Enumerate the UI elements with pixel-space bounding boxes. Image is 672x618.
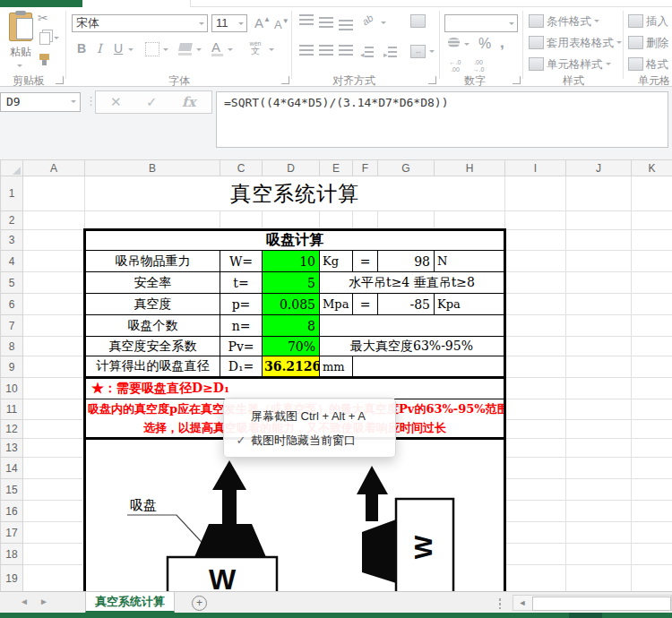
cell[interactable]: [632, 565, 672, 592]
cell[interactable]: [23, 356, 85, 378]
cell[interactable]: [566, 294, 632, 315]
cell[interactable]: [566, 479, 632, 501]
accounting-format-button[interactable]: [448, 38, 460, 47]
cell-label[interactable]: 真空度安全系数: [85, 337, 220, 356]
cell[interactable]: [632, 315, 672, 337]
clipboard-dialog-launcher[interactable]: [56, 76, 64, 84]
row-header[interactable]: 17: [1, 522, 23, 544]
cell[interactable]: [23, 565, 85, 592]
cell[interactable]: [566, 378, 632, 399]
cell[interactable]: [23, 399, 85, 420]
font-dialog-launcher[interactable]: [281, 76, 289, 84]
cell-input-value[interactable]: 5: [263, 272, 320, 294]
cell[interactable]: [566, 356, 632, 378]
cell-label[interactable]: 吸盘个数: [85, 315, 220, 337]
name-box[interactable]: D9: [0, 92, 81, 112]
column-header[interactable]: K: [632, 160, 672, 176]
row-header[interactable]: 16: [1, 501, 23, 522]
cell[interactable]: [566, 522, 632, 544]
cell[interactable]: [353, 211, 378, 230]
cell[interactable]: [632, 294, 672, 315]
align-right-button[interactable]: [339, 45, 353, 56]
diagram-cell[interactable]: 吸盘 W W: [85, 439, 505, 592]
alignment-dialog-launcher[interactable]: [428, 76, 436, 84]
decrease-indent-button[interactable]: ◂: [360, 45, 374, 61]
cell[interactable]: [23, 211, 85, 230]
cell[interactable]: [505, 501, 566, 522]
cell[interactable]: [505, 544, 566, 565]
sheet-nav-right-button[interactable]: ►: [39, 597, 48, 606]
cell-input-value[interactable]: 70%: [263, 337, 320, 356]
cell[interactable]: [566, 501, 632, 522]
cell[interactable]: [505, 251, 566, 272]
sheet-title-cell[interactable]: 真空系统计算: [85, 176, 505, 211]
cell[interactable]: [23, 176, 85, 211]
format-as-table-button[interactable]: 套用表格格式: [529, 36, 622, 51]
cell[interactable]: [505, 522, 566, 544]
cell-unit[interactable]: N: [435, 251, 505, 272]
row-header[interactable]: 15: [1, 479, 23, 501]
cell[interactable]: [23, 458, 85, 479]
wrap-text-button[interactable]: [410, 14, 426, 28]
column-header[interactable]: H: [435, 160, 505, 176]
increase-indent-button[interactable]: ▸: [383, 45, 397, 61]
file-tab[interactable]: [0, 0, 82, 7]
row-header[interactable]: 7: [1, 315, 23, 337]
cell[interactable]: [505, 211, 566, 230]
column-header[interactable]: B: [85, 160, 220, 176]
cell[interactable]: [23, 522, 85, 544]
cell[interactable]: [505, 272, 566, 294]
percent-style-button[interactable]: %: [478, 36, 491, 52]
phonetic-dropdown-icon[interactable]: [269, 48, 274, 54]
row-header[interactable]: 2: [1, 211, 23, 230]
cell[interactable]: [566, 565, 632, 592]
row-header[interactable]: 14: [1, 458, 23, 479]
row-header[interactable]: 11: [1, 399, 23, 420]
cell[interactable]: [505, 315, 566, 337]
cell[interactable]: [23, 439, 85, 458]
cell-equals[interactable]: =: [353, 251, 378, 272]
phonetic-button[interactable]: wén文: [246, 40, 265, 56]
cut-button[interactable]: ✂: [38, 11, 48, 25]
formula-input[interactable]: =SQRT((4*G4*D5)/(3.14*D7*D6*D8)): [216, 91, 668, 148]
cell[interactable]: [23, 294, 85, 315]
cell[interactable]: [505, 230, 566, 251]
row-header[interactable]: 13: [1, 439, 23, 458]
cell[interactable]: [566, 439, 632, 458]
row-header[interactable]: 12: [1, 419, 23, 439]
cell-unit[interactable]: Kg: [320, 251, 353, 272]
select-all-corner[interactable]: [1, 160, 23, 176]
column-header[interactable]: G: [378, 160, 435, 176]
cell[interactable]: [23, 479, 85, 501]
cell[interactable]: [632, 176, 672, 211]
orientation-dropdown-icon[interactable]: [381, 21, 386, 27]
cell[interactable]: [23, 337, 85, 356]
orientation-button[interactable]: ab: [360, 13, 375, 28]
align-left-button[interactable]: [299, 45, 314, 56]
cell[interactable]: [85, 211, 220, 230]
column-header[interactable]: D: [263, 160, 320, 176]
format-cells-button[interactable]: 格式: [628, 57, 668, 73]
menu-item-hide-window[interactable]: ✓截图时隐藏当前窗口: [224, 428, 395, 452]
cell[interactable]: [263, 211, 320, 230]
cell[interactable]: [632, 211, 672, 230]
cell-symbol[interactable]: p=: [220, 294, 263, 315]
increase-font-button[interactable]: A▲: [254, 15, 271, 30]
cell[interactable]: [505, 294, 566, 315]
row-header[interactable]: 3: [1, 230, 23, 251]
font-color-button[interactable]: A: [211, 39, 220, 55]
cell[interactable]: [632, 458, 672, 479]
cell[interactable]: [23, 272, 85, 294]
scrollbar-thumb[interactable]: [532, 597, 671, 611]
cell[interactable]: [632, 272, 672, 294]
decrease-decimal-button[interactable]: .00→.0: [470, 59, 487, 73]
cell[interactable]: [220, 211, 263, 230]
accounting-dropdown-icon[interactable]: [464, 43, 470, 48]
cell[interactable]: [23, 230, 85, 251]
paste-dropdown-icon[interactable]: [17, 64, 22, 70]
row-header[interactable]: 19: [1, 565, 23, 592]
row-header[interactable]: 8: [1, 337, 23, 356]
cell[interactable]: [632, 501, 672, 522]
align-middle-button[interactable]: [319, 17, 333, 28]
comma-style-button[interactable]: ,: [500, 34, 504, 52]
